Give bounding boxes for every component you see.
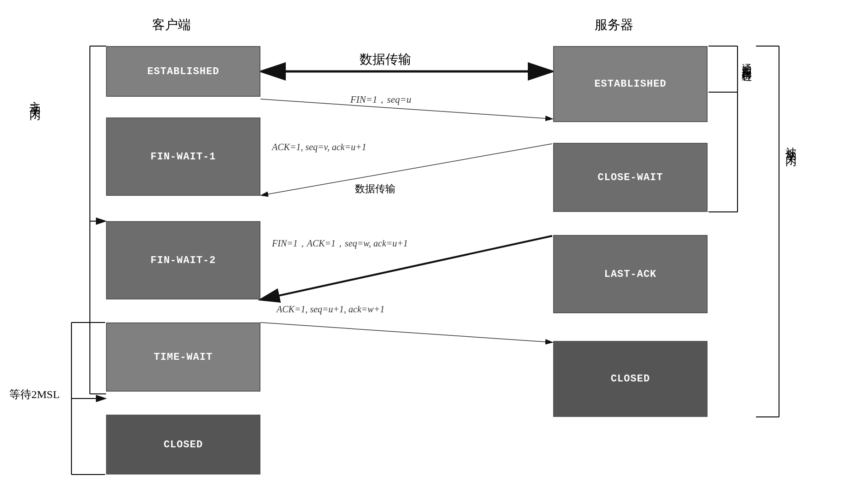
svg-line-23 [260,322,552,342]
wait-2msl-label: 等待2MSL [9,387,59,402]
server-header: 服务器 [595,16,633,34]
client-closed: CLOSED [106,415,260,475]
ack1-label: ACK=1, seq=v, ack=u+1 [272,142,366,152]
client-finwait1: FIN-WAIT-1 [106,117,260,196]
fin1-label: FIN=1，seq=u [350,93,411,106]
server-closed: CLOSED [553,341,708,417]
client-timewait: TIME-WAIT [106,322,260,392]
client-header: 客户端 [152,16,191,34]
notify-process-label: 通知应用进程 [740,55,754,66]
fin-ack-label: FIN=1，ACK=1，seq=w, ack=u+1 [272,237,408,250]
client-finwait2: FIN-WAIT-2 [106,221,260,299]
active-close-label: 主动关闭 [28,92,42,103]
server-established: ESTABLISHED [553,46,708,122]
client-established: ESTABLISHED [106,46,260,97]
ack2-label: ACK=1, seq=u+1, ack=w+1 [277,304,384,315]
diagram-container: 客户端 服务器 数据传输 ESTABLISHED FIN-WAIT-1 FIN-… [0,0,850,504]
server-closewait: CLOSE-WAIT [553,143,708,212]
data-transfer-middle: 数据传输 [355,182,395,196]
server-lastack: LAST-ACK [553,235,708,313]
passive-close-label: 被动关闭 [784,138,798,149]
data-transfer-top: 数据传输 [360,51,411,68]
